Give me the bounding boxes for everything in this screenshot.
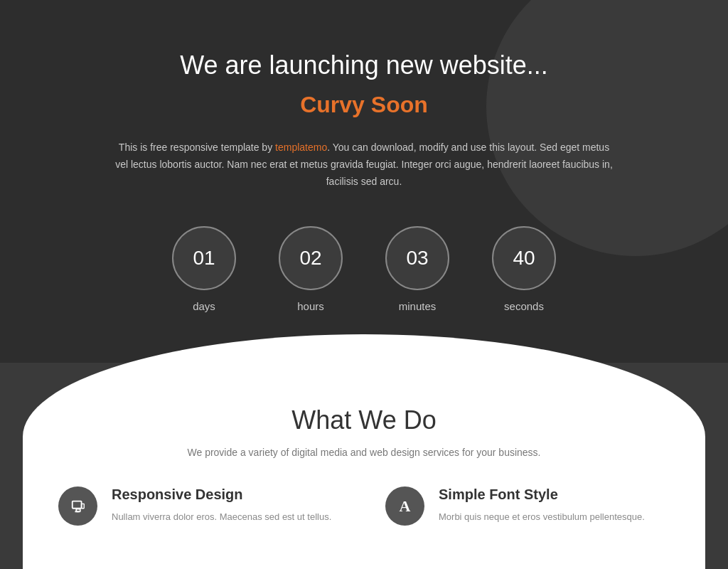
- what-we-do-subtitle: We provide a variety of digital media an…: [188, 447, 541, 458]
- templatemo-link[interactable]: templatemo: [275, 142, 327, 153]
- seconds-label: seconds: [504, 300, 544, 312]
- font-icon-letter: A: [400, 497, 411, 516]
- font-title: Simple Font Style: [439, 486, 670, 503]
- responsive-title: Responsive Design: [112, 486, 343, 503]
- responsive-text: Responsive Design Nullam viverra dolor e…: [112, 486, 343, 525]
- font-text: Simple Font Style Morbi quis neque et er…: [439, 486, 670, 525]
- hours-circle: 02: [279, 226, 343, 290]
- countdown-seconds: 40 seconds: [492, 226, 556, 312]
- bottom-content: What We Do We provide a variety of digit…: [43, 363, 685, 526]
- svg-rect-3: [81, 504, 84, 508]
- countdown: 01 days 02 hours 03 minutes 40 seconds: [172, 226, 556, 312]
- days-label: days: [193, 300, 215, 312]
- bottom-section: What We Do We provide a variety of digit…: [0, 363, 728, 569]
- countdown-days: 01 days: [172, 226, 236, 312]
- seconds-circle: 40: [492, 226, 556, 290]
- description-prefix: This is free responsive template by: [119, 142, 275, 153]
- sub-heading: Curvy Soon: [300, 92, 428, 118]
- minutes-circle: 03: [385, 226, 449, 290]
- features-grid: Responsive Design Nullam viverra dolor e…: [43, 486, 685, 526]
- main-heading: We are launching new website...: [180, 50, 548, 80]
- responsive-icon: [58, 486, 97, 526]
- countdown-minutes: 03 minutes: [385, 226, 449, 312]
- what-we-do-title: What We Do: [291, 405, 436, 435]
- font-desc: Morbi quis neque et eros vestibulum pell…: [439, 510, 670, 525]
- hours-label: hours: [297, 300, 324, 312]
- responsive-desc: Nullam viverra dolor eros. Maecenas sed …: [112, 510, 343, 525]
- svg-rect-0: [72, 501, 81, 508]
- font-icon: A: [385, 486, 424, 526]
- top-section: We are launching new website... Curvy So…: [0, 0, 728, 363]
- feature-font: A Simple Font Style Morbi quis neque et …: [385, 486, 670, 526]
- feature-responsive: Responsive Design Nullam viverra dolor e…: [58, 486, 343, 526]
- minutes-label: minutes: [399, 300, 437, 312]
- description: This is free responsive template by temp…: [115, 139, 613, 190]
- countdown-hours: 02 hours: [279, 226, 343, 312]
- days-circle: 01: [172, 226, 236, 290]
